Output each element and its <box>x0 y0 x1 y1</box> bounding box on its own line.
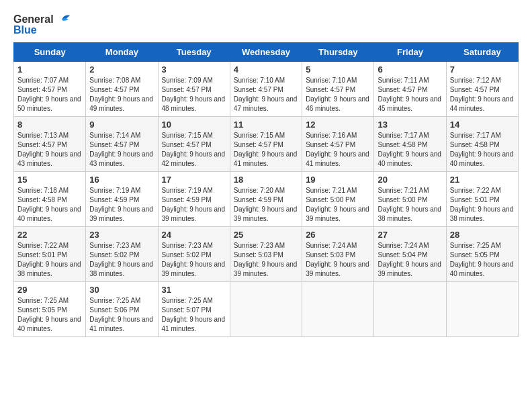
day-number: 25 <box>234 230 298 240</box>
day-info: Sunrise: 7:10 AM Sunset: 4:57 PM Dayligh… <box>306 76 370 113</box>
day-info: Sunrise: 7:25 AM Sunset: 5:05 PM Dayligh… <box>17 296 82 334</box>
day-info: Sunrise: 7:22 AM Sunset: 5:01 PM Dayligh… <box>17 241 82 279</box>
calendar-cell: 20 Sunrise: 7:21 AM Sunset: 5:00 PM Dayl… <box>374 172 446 227</box>
day-number: 16 <box>89 175 154 185</box>
calendar-cell <box>446 282 518 337</box>
calendar-cell <box>302 282 374 337</box>
calendar-cell: 9 Sunrise: 7:14 AM Sunset: 4:57 PM Dayli… <box>86 117 158 172</box>
day-number: 5 <box>306 64 370 75</box>
day-info: Sunrise: 7:21 AM Sunset: 5:00 PM Dayligh… <box>378 186 442 224</box>
calendar-day-header: Friday <box>374 43 446 62</box>
day-number: 6 <box>378 64 442 75</box>
day-number: 30 <box>89 285 154 295</box>
calendar-day-header: Saturday <box>446 43 518 62</box>
logo-blue: Blue <box>13 24 70 36</box>
calendar-cell: 8 Sunrise: 7:13 AM Sunset: 4:57 PM Dayli… <box>14 117 86 172</box>
calendar-day-header: Thursday <box>302 43 374 62</box>
day-number: 17 <box>162 175 226 185</box>
calendar-cell <box>230 282 302 337</box>
calendar-day-header: Tuesday <box>158 43 230 62</box>
calendar-cell: 1 Sunrise: 7:07 AM Sunset: 4:57 PM Dayli… <box>14 62 86 117</box>
day-info: Sunrise: 7:19 AM Sunset: 4:59 PM Dayligh… <box>89 186 154 224</box>
calendar-cell: 15 Sunrise: 7:18 AM Sunset: 4:58 PM Dayl… <box>14 172 86 227</box>
day-info: Sunrise: 7:15 AM Sunset: 4:57 PM Dayligh… <box>162 131 226 169</box>
calendar-cell <box>374 282 446 337</box>
calendar-cell: 16 Sunrise: 7:19 AM Sunset: 4:59 PM Dayl… <box>86 172 158 227</box>
day-number: 26 <box>306 230 370 240</box>
day-info: Sunrise: 7:18 AM Sunset: 4:58 PM Dayligh… <box>17 186 82 224</box>
day-info: Sunrise: 7:08 AM Sunset: 4:57 PM Dayligh… <box>89 76 154 113</box>
calendar-cell: 22 Sunrise: 7:22 AM Sunset: 5:01 PM Dayl… <box>14 227 86 282</box>
calendar-cell: 18 Sunrise: 7:20 AM Sunset: 4:59 PM Dayl… <box>230 172 302 227</box>
day-number: 12 <box>306 120 370 130</box>
day-number: 19 <box>306 175 370 185</box>
day-info: Sunrise: 7:23 AM Sunset: 5:02 PM Dayligh… <box>162 241 226 279</box>
day-number: 18 <box>234 175 298 185</box>
day-number: 8 <box>17 120 82 130</box>
page-header: General Blue <box>13 13 519 36</box>
calendar-week-row: 29 Sunrise: 7:25 AM Sunset: 5:05 PM Dayl… <box>14 282 519 337</box>
day-info: Sunrise: 7:07 AM Sunset: 4:57 PM Dayligh… <box>17 76 82 113</box>
day-info: Sunrise: 7:23 AM Sunset: 5:03 PM Dayligh… <box>234 241 298 279</box>
day-number: 11 <box>234 120 298 130</box>
day-info: Sunrise: 7:21 AM Sunset: 5:00 PM Dayligh… <box>306 186 370 224</box>
day-info: Sunrise: 7:11 AM Sunset: 4:57 PM Dayligh… <box>378 76 442 113</box>
day-number: 3 <box>162 64 226 75</box>
day-number: 29 <box>17 285 82 295</box>
day-number: 1 <box>17 64 82 75</box>
day-info: Sunrise: 7:22 AM Sunset: 5:01 PM Dayligh… <box>450 186 515 224</box>
calendar-cell: 14 Sunrise: 7:17 AM Sunset: 4:58 PM Dayl… <box>446 117 518 172</box>
calendar-week-row: 1 Sunrise: 7:07 AM Sunset: 4:57 PM Dayli… <box>14 62 519 117</box>
calendar-week-row: 8 Sunrise: 7:13 AM Sunset: 4:57 PM Dayli… <box>14 117 519 172</box>
calendar-day-header: Sunday <box>14 43 86 62</box>
calendar-cell: 10 Sunrise: 7:15 AM Sunset: 4:57 PM Dayl… <box>158 117 230 172</box>
day-info: Sunrise: 7:15 AM Sunset: 4:57 PM Dayligh… <box>234 131 298 169</box>
calendar-cell: 11 Sunrise: 7:15 AM Sunset: 4:57 PM Dayl… <box>230 117 302 172</box>
day-number: 24 <box>162 230 226 240</box>
calendar-cell: 6 Sunrise: 7:11 AM Sunset: 4:57 PM Dayli… <box>374 62 446 117</box>
day-info: Sunrise: 7:09 AM Sunset: 4:57 PM Dayligh… <box>162 76 226 113</box>
calendar-cell: 13 Sunrise: 7:17 AM Sunset: 4:58 PM Dayl… <box>374 117 446 172</box>
day-number: 20 <box>378 175 442 185</box>
day-number: 15 <box>17 175 82 185</box>
day-number: 7 <box>450 64 515 75</box>
calendar-cell: 29 Sunrise: 7:25 AM Sunset: 5:05 PM Dayl… <box>14 282 86 337</box>
calendar-cell: 21 Sunrise: 7:22 AM Sunset: 5:01 PM Dayl… <box>446 172 518 227</box>
day-number: 10 <box>162 120 226 130</box>
calendar-table: SundayMondayTuesdayWednesdayThursdayFrid… <box>13 42 519 337</box>
calendar-cell: 23 Sunrise: 7:23 AM Sunset: 5:02 PM Dayl… <box>86 227 158 282</box>
day-number: 21 <box>450 175 515 185</box>
day-info: Sunrise: 7:14 AM Sunset: 4:57 PM Dayligh… <box>89 131 154 169</box>
calendar-cell: 28 Sunrise: 7:25 AM Sunset: 5:05 PM Dayl… <box>446 227 518 282</box>
day-info: Sunrise: 7:19 AM Sunset: 4:59 PM Dayligh… <box>162 186 226 224</box>
calendar-cell: 26 Sunrise: 7:24 AM Sunset: 5:03 PM Dayl… <box>302 227 374 282</box>
calendar-cell: 30 Sunrise: 7:25 AM Sunset: 5:06 PM Dayl… <box>86 282 158 337</box>
calendar-cell: 12 Sunrise: 7:16 AM Sunset: 4:57 PM Dayl… <box>302 117 374 172</box>
calendar-cell: 3 Sunrise: 7:09 AM Sunset: 4:57 PM Dayli… <box>158 62 230 117</box>
day-number: 14 <box>450 120 515 130</box>
calendar-day-header: Monday <box>86 43 158 62</box>
day-info: Sunrise: 7:24 AM Sunset: 5:03 PM Dayligh… <box>306 241 370 279</box>
day-info: Sunrise: 7:20 AM Sunset: 4:59 PM Dayligh… <box>234 186 298 224</box>
day-info: Sunrise: 7:24 AM Sunset: 5:04 PM Dayligh… <box>378 241 442 279</box>
day-info: Sunrise: 7:25 AM Sunset: 5:07 PM Dayligh… <box>162 296 226 334</box>
day-info: Sunrise: 7:17 AM Sunset: 4:58 PM Dayligh… <box>378 131 442 169</box>
calendar-cell: 19 Sunrise: 7:21 AM Sunset: 5:00 PM Dayl… <box>302 172 374 227</box>
day-number: 4 <box>234 64 298 75</box>
calendar-week-row: 15 Sunrise: 7:18 AM Sunset: 4:58 PM Dayl… <box>14 172 519 227</box>
day-number: 9 <box>89 120 154 130</box>
day-number: 13 <box>378 120 442 130</box>
day-number: 2 <box>89 64 154 75</box>
day-info: Sunrise: 7:16 AM Sunset: 4:57 PM Dayligh… <box>306 131 370 169</box>
day-info: Sunrise: 7:12 AM Sunset: 4:57 PM Dayligh… <box>450 76 515 113</box>
day-number: 27 <box>378 230 442 240</box>
calendar-cell: 5 Sunrise: 7:10 AM Sunset: 4:57 PM Dayli… <box>302 62 374 117</box>
calendar-cell: 7 Sunrise: 7:12 AM Sunset: 4:57 PM Dayli… <box>446 62 518 117</box>
day-info: Sunrise: 7:23 AM Sunset: 5:02 PM Dayligh… <box>89 241 154 279</box>
calendar-cell: 4 Sunrise: 7:10 AM Sunset: 4:57 PM Dayli… <box>230 62 302 117</box>
day-number: 22 <box>17 230 82 240</box>
calendar-cell: 25 Sunrise: 7:23 AM Sunset: 5:03 PM Dayl… <box>230 227 302 282</box>
day-number: 31 <box>162 285 226 295</box>
day-info: Sunrise: 7:17 AM Sunset: 4:58 PM Dayligh… <box>450 131 515 169</box>
day-number: 23 <box>89 230 154 240</box>
